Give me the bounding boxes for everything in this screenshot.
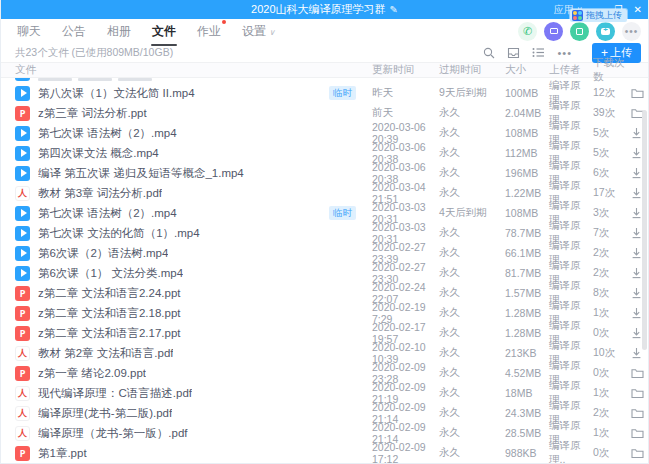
download-count: 1次 <box>593 306 631 320</box>
list-view-icon[interactable] <box>532 47 545 58</box>
download-manager-icon[interactable] <box>507 47 520 59</box>
download-count: 17次 <box>593 186 631 200</box>
tab-notice[interactable]: 公告 <box>60 20 88 43</box>
file-name[interactable]: 第七次课 语法树（2）.mp4 <box>38 126 177 141</box>
scrollbar[interactable] <box>642 110 647 350</box>
download-icon[interactable] <box>631 327 642 339</box>
drag-upload-tooltip[interactable]: 拖拽上传 <box>570 9 627 22</box>
open-folder-icon[interactable] <box>631 367 644 379</box>
file-size: 18MB <box>505 387 549 399</box>
tab-homework[interactable]: 作业 <box>195 20 223 43</box>
file-name[interactable]: 第七次课 语法树（2）.mp4 <box>38 206 177 221</box>
file-name[interactable]: z第二章 文法和语言2.18.ppt <box>38 306 181 321</box>
download-icon[interactable] <box>631 187 642 199</box>
col-header-updated[interactable]: 更新时间 <box>372 63 439 77</box>
file-type-icon: P <box>15 326 30 341</box>
file-type-icon: P <box>15 306 30 321</box>
download-icon[interactable] <box>631 207 642 219</box>
file-name[interactable]: 教材 第3章 词法分析.pdf <box>38 186 162 201</box>
download-count: 6次 <box>593 166 631 180</box>
file-type-icon: 人 <box>15 346 30 361</box>
file-name[interactable]: 第6次课（1） 文法分类.mp4 <box>38 266 183 281</box>
file-name[interactable]: 编译 第五次课 递归及短语等概念_1.mp4 <box>38 166 244 181</box>
col-header-uploader[interactable]: 上传者 <box>549 63 593 77</box>
download-icon[interactable] <box>631 167 642 179</box>
download-icon[interactable] <box>631 267 642 279</box>
group-space-window: 2020山科大编译原理学习群 ✎ 应用 ∨ — ❐ ✕ 拖拽上传 聊天公告相册文… <box>0 0 649 464</box>
file-size: 112MB <box>505 147 549 159</box>
screen-share-icon[interactable] <box>544 22 563 41</box>
expire-time: 永久 <box>439 266 505 280</box>
voice-call-icon[interactable]: ✆ <box>518 22 537 41</box>
updated-time: 2020-02-09 17:12 <box>372 441 439 464</box>
apps-icon[interactable] <box>570 22 589 41</box>
open-folder-icon[interactable] <box>631 87 644 99</box>
open-folder-icon[interactable] <box>631 387 644 399</box>
expire-time: 永久 <box>439 246 505 260</box>
col-header-size[interactable]: 大小 <box>505 63 549 77</box>
uploader: 编译原理.. <box>549 439 593 464</box>
download-icon[interactable] <box>631 287 642 299</box>
file-name[interactable]: z第二章 文法和语言2.24.ppt <box>38 286 181 301</box>
expire-time: 永久 <box>439 126 505 140</box>
tab-label: 公告 <box>62 24 86 38</box>
table-row[interactable]: P 第1章.ppt 2020-02-09 17:12 永久 988KB 编译原理… <box>1 443 648 463</box>
file-name[interactable]: 教材 第2章 文法和语言.pdf <box>38 346 173 361</box>
download-count: 0次 <box>593 326 631 340</box>
download-icon[interactable] <box>631 247 642 259</box>
edit-title-icon[interactable]: ✎ <box>390 4 398 15</box>
file-name[interactable]: z第二章 文法和语言2.17.ppt <box>38 326 181 341</box>
file-size: 66.1MB <box>505 247 549 259</box>
new-topic-icon[interactable] <box>596 22 615 41</box>
clipped-text <box>38 78 152 81</box>
col-header-expires[interactable]: 过期时间 <box>439 63 505 77</box>
open-folder-icon[interactable] <box>631 447 644 459</box>
download-icon[interactable] <box>631 347 642 359</box>
file-type-icon <box>15 86 30 101</box>
close-button[interactable]: ✕ <box>634 5 642 15</box>
download-icon[interactable] <box>631 307 642 319</box>
file-type-icon <box>15 78 30 81</box>
tab-label: 聊天 <box>17 24 41 38</box>
more-tools-icon[interactable]: ••• <box>557 47 572 59</box>
toolbar: 共23个文件 (已使用809MB/10GB) ••• + 上传 <box>1 43 648 62</box>
file-name[interactable]: 现代编译原理：C语言描述.pdf <box>38 386 192 401</box>
download-icon[interactable] <box>631 127 642 139</box>
download-icon[interactable] <box>631 147 642 159</box>
tab-album[interactable]: 相册 <box>105 20 133 43</box>
open-folder-icon[interactable] <box>631 407 644 419</box>
file-name[interactable]: 第八次课（1）文法化简 II.mp4 <box>38 86 195 101</box>
tab-chat[interactable]: 聊天 <box>15 20 43 43</box>
expire-time: 永久 <box>439 366 505 380</box>
file-name[interactable]: 第七次课 文法的化简（1）.mp4 <box>38 226 200 241</box>
file-name[interactable]: z第三章 词法分析.ppt <box>38 106 147 121</box>
expire-time: 永久 <box>439 286 505 300</box>
file-size: 24.3MB <box>505 407 549 419</box>
file-name[interactable] <box>38 78 152 81</box>
tab-label: 作业 <box>197 24 221 38</box>
file-name[interactable]: 编译原理(龙书-第二版).pdf <box>38 406 172 421</box>
tab-settings[interactable]: 设置∨ <box>240 20 277 43</box>
search-icon[interactable] <box>483 47 495 59</box>
col-header-file[interactable]: 文件 <box>15 63 372 77</box>
expire-time: 永久 <box>439 186 505 200</box>
open-folder-icon[interactable] <box>631 427 644 439</box>
file-name[interactable]: 第6次课（2）语法树.mp4 <box>38 246 168 261</box>
more-icon[interactable]: ••• <box>622 22 641 41</box>
file-name[interactable]: z第一章 绪论2.09.ppt <box>38 366 146 381</box>
file-name[interactable]: 第1章.ppt <box>38 446 87 461</box>
open-folder-icon[interactable] <box>631 78 644 79</box>
file-size: 108MB <box>505 127 549 139</box>
file-size: 1.22MB <box>505 187 549 199</box>
file-size: 4.52MB <box>505 367 549 379</box>
download-icon[interactable] <box>631 227 642 239</box>
file-name[interactable]: 第四次课文法 概念.mp4 <box>38 146 159 161</box>
file-size: 28.5MB <box>505 427 549 439</box>
file-type-icon <box>15 126 30 141</box>
download-count: 1次 <box>593 426 631 440</box>
file-name[interactable]: 编译原理（龙书-第一版）.pdf <box>38 426 188 441</box>
file-type-icon: 人 <box>15 386 30 401</box>
file-type-icon: 人 <box>15 426 30 441</box>
file-size: 81.7MB <box>505 267 549 279</box>
tab-files[interactable]: 文件 <box>150 20 178 43</box>
